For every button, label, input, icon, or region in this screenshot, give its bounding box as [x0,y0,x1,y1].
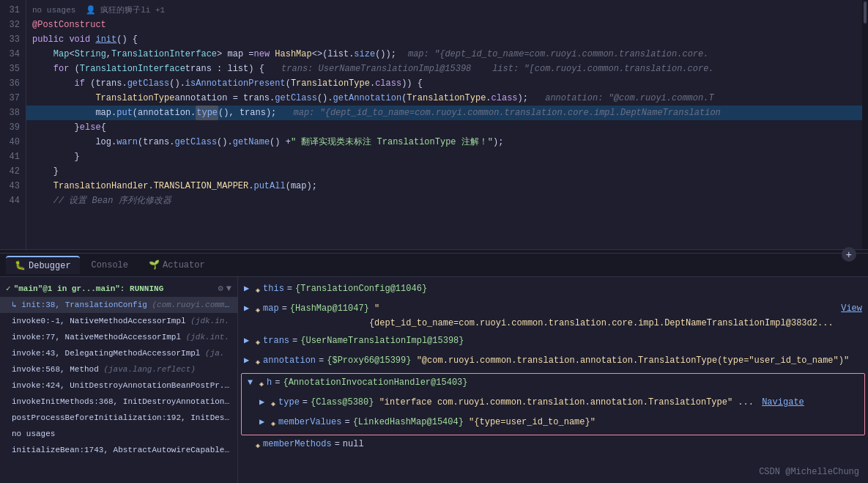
stack-item-8[interactable]: no usages [0,426,237,442]
stack-item-3[interactable]: invoke:43, DelegatingMethodAccessorImpl … [0,345,237,361]
filter-icon[interactable]: ⚙ [218,283,223,294]
map-view-link[interactable]: View [841,301,862,316]
code-line-40: log. warn (trans. getClass (). getName (… [26,135,862,150]
var-membervalues[interactable]: ▶ ◈ memberValues = {LinkedHashMap@15404}… [242,413,864,433]
var-type[interactable]: ▶ ◈ type = {Class@5380} "interface com.r… [242,394,864,413]
actuator-icon: 🌱 [149,259,160,270]
tab-actuator[interactable]: 🌱 Actuator [140,257,214,273]
stack-item-0[interactable]: ↳ init:38, TranslationConfig (com.ruoyi.… [0,297,237,313]
var-h-box: ▼ ◈ h = {AnnotationInvocationHandler@154… [241,373,865,435]
stack-item-7[interactable]: postProcessBeforeInitialization:192, Ini… [0,410,237,426]
stack-item-4[interactable]: invoke:568, Method (java.lang.reflect) [0,361,237,377]
stack-item-6[interactable]: invokeInitMethods:368, InitDestroyAnnota… [0,394,237,410]
panel-divider: + [0,249,868,254]
thread-marker: ✓ [6,284,11,293]
panel-tabs: 🐛 Debugger Console 🌱 Actuator [0,254,868,277]
code-line-33: public void init () { [26,32,862,47]
code-line-38: map. put (annotation. type (), trans); m… [26,106,862,120]
var-annotation[interactable]: ▶ ◈ annotation = {$Proxy66@15399} "@com.… [238,352,868,372]
type-navigate-link[interactable]: Navigate [762,395,804,410]
tab-debugger[interactable]: 🐛 Debugger [6,256,80,274]
add-watch-button[interactable]: + [842,247,856,262]
stack-item-5[interactable]: invoke:424, UnitDestroyAnnotationBeanPos… [0,377,237,394]
stack-item-2[interactable]: invoke:77, NativeMethodAccessorImpl (jdk… [0,329,237,345]
var-h[interactable]: ▼ ◈ h = {AnnotationInvocationHandler@154… [242,374,864,394]
tab-console[interactable]: Console [83,257,137,273]
code-line-31: no usages 👤 疯狂的狮子li +1 [26,3,862,18]
variables-panel: ▶ ◈ this = {TranslationConfig@11046} ▶ ◈… [238,277,868,483]
call-stack: ✓ "main"@1 in gr...main": RUNNING ⚙ ▼ ↳ … [0,277,238,483]
stack-item-1[interactable]: invoke0:-1, NativeMethodAccessorImpl (jd… [0,313,237,329]
bottom-panel: 🐛 Debugger Console 🌱 Actuator ✓ "main"@1… [0,254,868,483]
code-line-41: } [26,150,862,164]
code-line-43: TranslationHandler . TRANSLATION_MAPPER … [26,179,862,193]
code-line-34: Map < String , TranslationInterface > ma… [26,47,862,62]
stack-header: ✓ "main"@1 in gr...main": RUNNING ⚙ ▼ [0,280,237,297]
var-membermethods[interactable]: ◈ memberMethods = null [238,435,868,455]
watermark: CSDN @MichelleChung [759,467,859,477]
code-line-35: for ( TranslationInterface trans : list)… [26,62,862,76]
code-line-42: } [26,164,862,179]
code-lines: no usages 👤 疯狂的狮子li +1 @PostConstruct pu… [26,0,862,249]
line-numbers: 31 32 33 34 35 36 37 38 39 40 41 42 43 4… [0,0,26,249]
var-trans[interactable]: ▶ ◈ trans = {UserNameTranslationImpl@153… [238,332,868,352]
code-line-32: @PostConstruct [26,18,862,32]
stack-item-9[interactable]: initializeBean:1743, AbstractAutowireCap… [0,442,237,458]
var-this[interactable]: ▶ ◈ this = {TranslationConfig@11046} [238,280,868,300]
debugger-icon: 🐛 [15,260,26,271]
thread-status: "main"@1 in gr...main": RUNNING [14,284,164,293]
code-editor: 31 32 33 34 35 36 37 38 39 40 41 42 43 4… [0,0,868,249]
code-line-44: // 设置 Bean 序列化修改器 [26,193,862,208]
code-line-39: } else { [26,120,862,135]
panel-content: ✓ "main"@1 in gr...main": RUNNING ⚙ ▼ ↳ … [0,277,868,483]
code-line-36: if (trans. getClass (). isAnnotationPres… [26,76,862,91]
editor-scrollbar[interactable] [862,0,868,249]
var-map[interactable]: ▶ ◈ map = {HashMap@11047} "{dept_id_to_n… [238,300,868,332]
stack-dropdown-icon[interactable]: ▼ [226,284,231,294]
code-line-37: TranslationType annotation = trans. getC… [26,91,862,106]
